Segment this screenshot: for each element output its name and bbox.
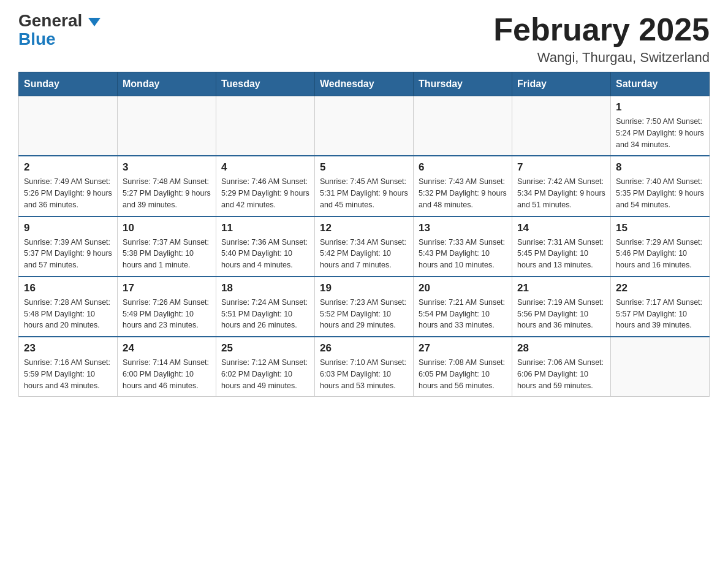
day-info: Sunrise: 7:16 AM Sunset: 5:59 PM Dayligh…	[24, 357, 112, 391]
day-info: Sunrise: 7:46 AM Sunset: 5:29 PM Dayligh…	[221, 176, 309, 210]
day-info: Sunrise: 7:39 AM Sunset: 5:37 PM Dayligh…	[24, 237, 112, 271]
day-number: 7	[517, 161, 605, 174]
day-of-week-header: Thursday	[414, 72, 512, 96]
day-number: 24	[123, 342, 211, 354]
location-subtitle: Wangi, Thurgau, Switzerland	[493, 50, 710, 66]
day-number: 19	[320, 282, 408, 294]
calendar-week-row: 16Sunrise: 7:28 AM Sunset: 5:48 PM Dayli…	[19, 277, 710, 337]
day-info: Sunrise: 7:50 AM Sunset: 5:24 PM Dayligh…	[616, 116, 704, 150]
day-of-week-header: Friday	[512, 72, 611, 96]
day-info: Sunrise: 7:31 AM Sunset: 5:45 PM Dayligh…	[517, 237, 605, 271]
calendar-day-cell: 5Sunrise: 7:45 AM Sunset: 5:31 PM Daylig…	[315, 156, 414, 216]
day-number: 14	[517, 222, 605, 234]
day-info: Sunrise: 7:28 AM Sunset: 5:48 PM Dayligh…	[24, 297, 112, 331]
day-number: 10	[123, 222, 211, 234]
calendar-day-cell: 18Sunrise: 7:24 AM Sunset: 5:51 PM Dayli…	[216, 277, 315, 337]
calendar-day-cell: 9Sunrise: 7:39 AM Sunset: 5:37 PM Daylig…	[19, 216, 118, 277]
calendar-header-row: SundayMondayTuesdayWednesdayThursdayFrid…	[19, 72, 710, 96]
day-number: 17	[123, 282, 211, 294]
day-number: 15	[616, 222, 704, 234]
calendar-day-cell: 25Sunrise: 7:12 AM Sunset: 6:02 PM Dayli…	[216, 337, 315, 397]
day-info: Sunrise: 7:08 AM Sunset: 6:05 PM Dayligh…	[419, 357, 507, 391]
day-info: Sunrise: 7:36 AM Sunset: 5:40 PM Dayligh…	[221, 237, 309, 271]
calendar-day-cell: 19Sunrise: 7:23 AM Sunset: 5:52 PM Dayli…	[315, 277, 414, 337]
day-info: Sunrise: 7:17 AM Sunset: 5:57 PM Dayligh…	[616, 297, 704, 331]
day-info: Sunrise: 7:49 AM Sunset: 5:26 PM Dayligh…	[24, 176, 112, 210]
day-number: 9	[24, 222, 112, 234]
day-of-week-header: Monday	[118, 72, 216, 96]
calendar-week-row: 23Sunrise: 7:16 AM Sunset: 5:59 PM Dayli…	[19, 337, 710, 397]
calendar-day-cell: 12Sunrise: 7:34 AM Sunset: 5:42 PM Dayli…	[315, 216, 414, 277]
calendar-day-cell: 22Sunrise: 7:17 AM Sunset: 5:57 PM Dayli…	[611, 277, 710, 337]
calendar-day-cell: 11Sunrise: 7:36 AM Sunset: 5:40 PM Dayli…	[216, 216, 315, 277]
day-info: Sunrise: 7:23 AM Sunset: 5:52 PM Dayligh…	[320, 297, 408, 331]
calendar-day-cell: 28Sunrise: 7:06 AM Sunset: 6:06 PM Dayli…	[512, 337, 611, 397]
calendar-day-cell: 2Sunrise: 7:49 AM Sunset: 5:26 PM Daylig…	[19, 156, 118, 216]
calendar-day-cell	[118, 96, 216, 156]
day-of-week-header: Sunday	[19, 72, 118, 96]
calendar-day-cell: 4Sunrise: 7:46 AM Sunset: 5:29 PM Daylig…	[216, 156, 315, 216]
day-number: 28	[517, 342, 605, 354]
calendar-day-cell: 13Sunrise: 7:33 AM Sunset: 5:43 PM Dayli…	[414, 216, 512, 277]
day-number: 6	[419, 161, 507, 174]
day-number: 23	[24, 342, 112, 354]
day-of-week-header: Wednesday	[315, 72, 414, 96]
month-title: February 2025	[493, 12, 710, 47]
day-info: Sunrise: 7:42 AM Sunset: 5:34 PM Dayligh…	[517, 176, 605, 210]
calendar-day-cell: 6Sunrise: 7:43 AM Sunset: 5:32 PM Daylig…	[414, 156, 512, 216]
day-number: 20	[419, 282, 507, 294]
day-of-week-header: Saturday	[611, 72, 710, 96]
day-number: 11	[221, 222, 309, 234]
day-number: 27	[419, 342, 507, 354]
day-number: 4	[221, 161, 309, 174]
day-info: Sunrise: 7:12 AM Sunset: 6:02 PM Dayligh…	[221, 357, 309, 391]
calendar-day-cell: 3Sunrise: 7:48 AM Sunset: 5:27 PM Daylig…	[118, 156, 216, 216]
day-info: Sunrise: 7:26 AM Sunset: 5:49 PM Dayligh…	[123, 297, 211, 331]
calendar-day-cell: 16Sunrise: 7:28 AM Sunset: 5:48 PM Dayli…	[19, 277, 118, 337]
calendar-day-cell: 23Sunrise: 7:16 AM Sunset: 5:59 PM Dayli…	[19, 337, 118, 397]
day-info: Sunrise: 7:29 AM Sunset: 5:46 PM Dayligh…	[616, 237, 704, 271]
day-number: 16	[24, 282, 112, 294]
day-number: 26	[320, 342, 408, 354]
day-info: Sunrise: 7:06 AM Sunset: 6:06 PM Dayligh…	[517, 357, 605, 391]
day-info: Sunrise: 7:14 AM Sunset: 6:00 PM Dayligh…	[123, 357, 211, 391]
day-info: Sunrise: 7:33 AM Sunset: 5:43 PM Dayligh…	[419, 237, 507, 271]
logo-blue-text: Blue	[18, 29, 56, 49]
calendar-day-cell	[414, 96, 512, 156]
calendar-day-cell: 1Sunrise: 7:50 AM Sunset: 5:24 PM Daylig…	[611, 96, 710, 156]
day-info: Sunrise: 7:21 AM Sunset: 5:54 PM Dayligh…	[419, 297, 507, 331]
day-number: 12	[320, 222, 408, 234]
calendar-day-cell: 27Sunrise: 7:08 AM Sunset: 6:05 PM Dayli…	[414, 337, 512, 397]
day-number: 21	[517, 282, 605, 294]
calendar-day-cell	[512, 96, 611, 156]
calendar-day-cell	[216, 96, 315, 156]
calendar-day-cell: 14Sunrise: 7:31 AM Sunset: 5:45 PM Dayli…	[512, 216, 611, 277]
calendar-table: SundayMondayTuesdayWednesdayThursdayFrid…	[18, 72, 710, 397]
day-info: Sunrise: 7:24 AM Sunset: 5:51 PM Dayligh…	[221, 297, 309, 331]
logo: General Blue	[18, 12, 100, 49]
day-info: Sunrise: 7:19 AM Sunset: 5:56 PM Dayligh…	[517, 297, 605, 331]
day-info: Sunrise: 7:40 AM Sunset: 5:35 PM Dayligh…	[616, 176, 704, 210]
day-number: 25	[221, 342, 309, 354]
calendar-day-cell: 7Sunrise: 7:42 AM Sunset: 5:34 PM Daylig…	[512, 156, 611, 216]
page-header: General Blue February 2025 Wangi, Thurga…	[18, 12, 710, 66]
day-info: Sunrise: 7:37 AM Sunset: 5:38 PM Dayligh…	[123, 237, 211, 271]
day-number: 22	[616, 282, 704, 294]
day-number: 13	[419, 222, 507, 234]
calendar-day-cell: 24Sunrise: 7:14 AM Sunset: 6:00 PM Dayli…	[118, 337, 216, 397]
day-number: 18	[221, 282, 309, 294]
calendar-week-row: 2Sunrise: 7:49 AM Sunset: 5:26 PM Daylig…	[19, 156, 710, 216]
day-number: 1	[616, 101, 704, 113]
title-section: February 2025 Wangi, Thurgau, Switzerlan…	[493, 12, 710, 66]
calendar-week-row: 9Sunrise: 7:39 AM Sunset: 5:37 PM Daylig…	[19, 216, 710, 277]
calendar-day-cell	[315, 96, 414, 156]
calendar-day-cell	[19, 96, 118, 156]
day-info: Sunrise: 7:43 AM Sunset: 5:32 PM Dayligh…	[419, 176, 507, 210]
day-number: 2	[24, 161, 112, 174]
calendar-day-cell: 15Sunrise: 7:29 AM Sunset: 5:46 PM Dayli…	[611, 216, 710, 277]
day-info: Sunrise: 7:34 AM Sunset: 5:42 PM Dayligh…	[320, 237, 408, 271]
calendar-day-cell: 21Sunrise: 7:19 AM Sunset: 5:56 PM Dayli…	[512, 277, 611, 337]
calendar-day-cell: 8Sunrise: 7:40 AM Sunset: 5:35 PM Daylig…	[611, 156, 710, 216]
calendar-day-cell: 20Sunrise: 7:21 AM Sunset: 5:54 PM Dayli…	[414, 277, 512, 337]
logo-general-text: General	[18, 12, 100, 29]
